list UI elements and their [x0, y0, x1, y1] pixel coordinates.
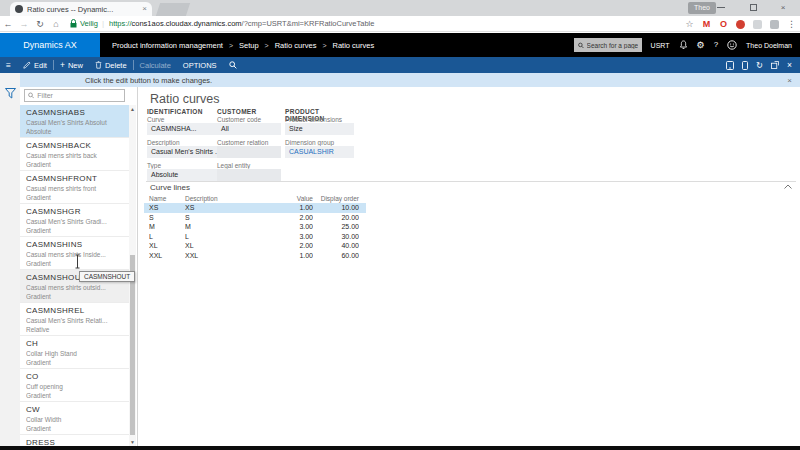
- scroll-up-icon[interactable]: ▲: [129, 106, 136, 112]
- browser-tab[interactable]: Ratio curves -- Dynamic... ×: [10, 2, 152, 16]
- new-button[interactable]: + New: [54, 57, 89, 73]
- phone-icon[interactable]: [742, 61, 748, 70]
- window-maximize-button[interactable]: [740, 0, 766, 16]
- edit-button[interactable]: Edit: [17, 57, 53, 73]
- list-item[interactable]: CWCollar WidthGradient: [20, 402, 129, 435]
- company-selector[interactable]: USRT: [651, 42, 670, 49]
- new-label: New: [68, 61, 83, 70]
- notifications-bell-icon[interactable]: [679, 40, 688, 50]
- help-icon[interactable]: ?: [714, 41, 718, 49]
- opera-extension-icon[interactable]: O: [715, 19, 732, 29]
- table-cell: 20.00: [313, 213, 359, 223]
- customer-code-label: Customer code: [217, 116, 281, 123]
- browser-urlbar: ← → ↻ ⌂ Veilig | https://cons1aos.clouda…: [0, 16, 800, 32]
- site-security-indicator[interactable]: Veilig: [70, 19, 98, 28]
- dynamics-ax-logo[interactable]: Dynamics AX: [0, 33, 100, 57]
- refresh-icon[interactable]: ↻: [756, 61, 763, 70]
- filter-box[interactable]: [24, 89, 125, 102]
- dimension-group-link[interactable]: CASUALSHIR: [285, 146, 354, 158]
- new-tab-button[interactable]: [156, 3, 190, 16]
- bookmark-star-icon[interactable]: ☆: [681, 19, 698, 29]
- refresh-icon[interactable]: ↻: [32, 19, 48, 29]
- list-item[interactable]: COCuff openingGradient: [20, 369, 129, 402]
- url-field[interactable]: https://cons1aos.cloudax.dynamics.com/?c…: [109, 19, 681, 28]
- filter-funnel-icon[interactable]: [5, 88, 16, 99]
- extension-icon-2[interactable]: [766, 18, 783, 28]
- table-row[interactable]: XXLXXL1.0060.00: [144, 251, 366, 261]
- options-menu-button[interactable]: OPTIONS: [177, 57, 223, 73]
- record-type: Gradient: [26, 424, 127, 433]
- page-search-box[interactable]: [574, 38, 642, 52]
- legal-entity-field[interactable]: [217, 169, 281, 181]
- list-item[interactable]: CHCollar High StandGradient: [20, 336, 129, 369]
- breadcrumb-item[interactable]: Ratio curves: [275, 41, 317, 50]
- nav-menu-button[interactable]: ≡: [0, 57, 17, 73]
- tab-title: Ratio curves -- Dynamic...: [27, 5, 138, 14]
- page-title: Ratio curves: [150, 92, 219, 106]
- table-row[interactable]: MM3.0025.00: [144, 222, 366, 232]
- close-page-icon[interactable]: ×: [787, 61, 792, 70]
- record-tooltip: CASMNSHOUT: [79, 271, 135, 282]
- hamburger-icon: ≡: [6, 61, 11, 70]
- list-item[interactable]: CASMNSHFRONTCasual mens shirts frontGrad…: [20, 171, 129, 204]
- record-type: Absolute: [26, 127, 127, 136]
- customer-code-field[interactable]: All: [217, 123, 281, 135]
- product-dimensions-field[interactable]: Size: [285, 123, 354, 135]
- record-description: Casual Men's Shirts Gradi...: [26, 217, 127, 226]
- breadcrumb-item[interactable]: Setup: [239, 41, 259, 50]
- window-minimize-button[interactable]: [708, 0, 734, 16]
- settings-gear-icon[interactable]: ⚙: [697, 41, 705, 50]
- record-id: CH: [26, 339, 127, 349]
- page-search-input[interactable]: [587, 42, 638, 49]
- list-item[interactable]: CASMNSHABSCasual Men's Shirts AbsolutAbs…: [20, 105, 129, 138]
- scroll-down-icon[interactable]: ▼: [129, 439, 136, 445]
- filter-input[interactable]: [37, 92, 121, 99]
- actionbar-search-button[interactable]: [223, 57, 243, 73]
- user-name[interactable]: Theo Doelman: [746, 42, 792, 49]
- column-header-description[interactable]: Description: [185, 195, 273, 202]
- table-cell: XL: [149, 241, 185, 251]
- home-icon[interactable]: ⌂: [48, 19, 64, 29]
- gmail-extension-icon[interactable]: M: [698, 19, 715, 29]
- open-in-new-window-icon[interactable]: [771, 61, 779, 69]
- tab-close-icon[interactable]: ×: [142, 5, 147, 13]
- feedback-smiley-icon[interactable]: [727, 40, 737, 50]
- column-header-name[interactable]: Name: [149, 195, 185, 202]
- calculate-label: Calculate: [140, 61, 171, 70]
- red-extension-icon[interactable]: [732, 18, 749, 28]
- table-cell: XS: [149, 203, 185, 213]
- scrollbar-thumb[interactable]: [130, 255, 135, 435]
- type-field[interactable]: Absolute: [147, 169, 217, 181]
- column-header-value[interactable]: Value: [273, 195, 313, 202]
- record-description: Casual mens shirts front: [26, 184, 127, 193]
- description-field[interactable]: Casual Men's Shirts ...: [147, 146, 217, 158]
- plus-icon: +: [60, 61, 65, 70]
- forward-icon[interactable]: →: [16, 19, 32, 29]
- window-close-button[interactable]: ×: [770, 0, 796, 16]
- list-item[interactable]: CASMNSHRELCasual Men's Shirts Relati...R…: [20, 303, 129, 336]
- delete-button[interactable]: Delete: [89, 57, 133, 73]
- list-item[interactable]: CASMNSHGRCasual Men's Shirts Gradi...Gra…: [20, 204, 129, 237]
- column-header-display-order[interactable]: Display order: [313, 195, 359, 202]
- table-cell: M: [149, 222, 185, 232]
- extension-icon[interactable]: [749, 18, 766, 28]
- device-icon[interactable]: [726, 61, 734, 70]
- table-row[interactable]: LL3.0030.00: [144, 232, 366, 242]
- record-description: Casual Men's Shirts Absolut: [26, 118, 127, 127]
- pencil-icon: [23, 61, 31, 69]
- notification-close-icon[interactable]: ×: [787, 76, 792, 85]
- breadcrumb-item[interactable]: Ratio curves: [332, 41, 374, 50]
- table-row[interactable]: XSXS1.0010.00: [144, 203, 366, 213]
- customer-relation-field[interactable]: [217, 146, 281, 158]
- curve-field[interactable]: CASMNSHA...: [147, 123, 217, 135]
- table-cell: S: [185, 213, 273, 223]
- collapse-section-icon[interactable]: [784, 184, 792, 189]
- list-item[interactable]: DRESSDRESS: [20, 435, 129, 446]
- table-row[interactable]: XLXL2.0040.00: [144, 241, 366, 251]
- breadcrumb-separator-icon: >: [322, 42, 326, 49]
- browser-menu-icon[interactable]: ⋮: [783, 19, 800, 29]
- table-row[interactable]: SS2.0020.00: [144, 213, 366, 223]
- list-item[interactable]: CASMNSHBACKCasual mens shirts backGradie…: [20, 138, 129, 171]
- breadcrumb-item[interactable]: Product information management: [112, 41, 223, 50]
- back-icon[interactable]: ←: [0, 19, 16, 29]
